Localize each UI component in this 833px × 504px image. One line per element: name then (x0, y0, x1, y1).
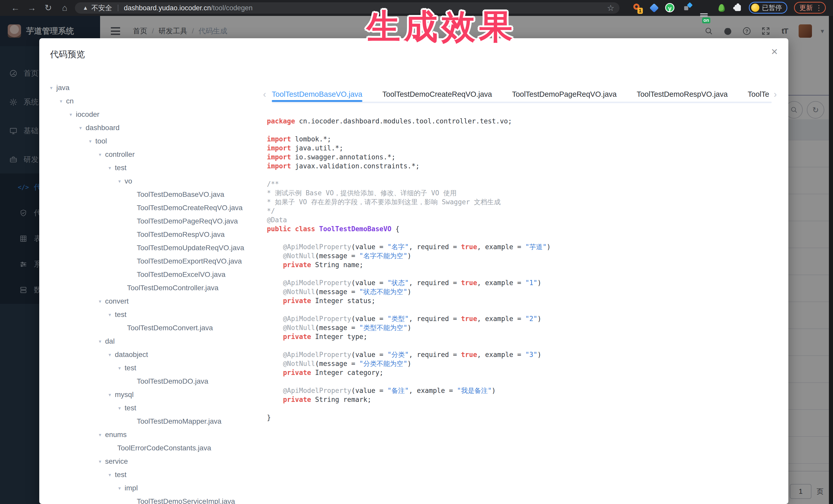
tree-caret-icon[interactable]: ▾ (60, 98, 62, 104)
code-line (267, 377, 551, 386)
tree-caret-icon[interactable]: ▾ (99, 432, 101, 438)
tree-item-label: test (115, 311, 126, 319)
tree-folder[interactable]: ▾test (50, 468, 263, 481)
code-line: * 测试示例 Base VO，提供给添加、修改、详细的子 VO 使用 (267, 189, 551, 198)
tree-file[interactable]: ToolTestDemoCreateReqVO.java (50, 201, 263, 215)
code-line: * 如果子 VO 存在差异的字段，请不要添加到这里，影响 Swagger 文档生… (267, 198, 551, 207)
tree-caret-icon[interactable]: ▾ (79, 125, 82, 131)
tree-folder[interactable]: ▾vo (50, 174, 263, 188)
tree-item-label: ToolTestDemoConvert.java (127, 324, 213, 332)
tree-caret-icon[interactable]: ▾ (99, 298, 101, 304)
tree-caret-icon[interactable]: ▾ (118, 405, 121, 411)
code-line: import java.util.*; (267, 144, 551, 153)
file-tree: ▾java▾cn▾iocoder▾dashboard▾tool▾controll… (50, 81, 263, 504)
tree-folder[interactable]: ▾tool (50, 135, 263, 148)
tree-caret-icon[interactable]: ▾ (109, 392, 111, 398)
tree-caret-icon[interactable]: ▾ (118, 365, 121, 371)
tree-caret-icon[interactable]: ▾ (109, 472, 111, 478)
tab-ToolTe[interactable]: ToolTe (748, 88, 769, 102)
tree-folder[interactable]: ▾dataobject (50, 348, 263, 361)
code-line: /** (267, 179, 551, 189)
tree-item-label: vo (125, 177, 133, 185)
browser-forward-icon[interactable]: → (25, 0, 39, 16)
tab-ToolTestDemoCreateReqVO.java[interactable]: ToolTestDemoCreateReqVO.java (382, 88, 492, 102)
tree-caret-icon[interactable]: ▾ (99, 152, 101, 158)
tree-caret-icon[interactable]: ▾ (109, 312, 111, 318)
screen: ← → ↻ ⌂ ▲ 不安全 dashboard.yudao.iocoder.cn… (0, 0, 833, 504)
tree-item-label: ToolTestDemoBaseVO.java (137, 190, 224, 199)
tree-file[interactable]: ToolTestDemoExportReqVO.java (50, 255, 263, 268)
tree-item-label: ToolTestDemoDO.java (137, 377, 208, 385)
tree-item-label: ToolTestDemoExcelVO.java (137, 270, 225, 279)
tab-scroll-right-icon[interactable]: › (774, 89, 777, 100)
tree-folder[interactable]: ▾service (50, 455, 263, 468)
tab-ToolTestDemoPageReqVO.java[interactable]: ToolTestDemoPageReqVO.java (512, 88, 617, 102)
tree-folder[interactable]: ▾dal (50, 335, 263, 348)
tree-folder[interactable]: ▾convert (50, 295, 263, 308)
tree-folder[interactable]: ▾test (50, 401, 263, 415)
tree-file[interactable]: ToolTestDemoPageReqVO.java (50, 215, 263, 228)
tree-file[interactable]: ToolTestDemoServiceImpl.java (50, 495, 263, 504)
tree-caret-icon[interactable]: ▾ (118, 485, 121, 491)
tree-folder[interactable]: ▾cn (50, 94, 263, 108)
code-line: package cn.iocoder.dashboard.modules.too… (267, 117, 551, 126)
tree-item-label: ToolTestDemoController.java (127, 284, 218, 292)
tree-item-label: ToolTestDemoMapper.java (137, 417, 221, 426)
tree-folder[interactable]: ▾test (50, 361, 263, 375)
code-line (267, 126, 551, 135)
tree-caret-icon[interactable]: ▾ (89, 138, 92, 144)
tree-file[interactable]: ToolTestDemoConvert.java (50, 321, 263, 335)
tree-folder[interactable]: ▾impl (50, 481, 263, 495)
tree-caret-icon[interactable]: ▾ (99, 459, 101, 464)
browser-back-icon[interactable]: ← (8, 0, 22, 16)
tab-scroll-left-icon[interactable]: ‹ (263, 89, 266, 100)
code-line: private String name; (267, 261, 551, 269)
tree-item-label: test (115, 164, 126, 172)
tree-caret-icon[interactable]: ▾ (70, 112, 72, 118)
tree-folder[interactable]: ▾dashboard (50, 121, 263, 135)
tree-caret-icon[interactable]: ▾ (118, 178, 121, 184)
code-line (267, 269, 551, 279)
code-line (267, 234, 551, 242)
tree-file[interactable]: ToolTestDemoUpdateReqVO.java (50, 241, 263, 255)
tree-item-label: iocoder (76, 110, 100, 119)
tree-file[interactable]: ToolTestDemoBaseVO.java (50, 188, 263, 201)
tree-folder[interactable]: ▾enums (50, 428, 263, 441)
tree-file[interactable]: ToolTestDemoDO.java (50, 375, 263, 388)
tree-item-label: ToolTestDemoServiceImpl.java (137, 497, 235, 504)
tree-folder[interactable]: ▾mysql (50, 388, 263, 401)
code-line: import lombok.*; (267, 135, 551, 144)
tree-caret-icon[interactable]: ▾ (50, 85, 53, 91)
tree-folder[interactable]: ▾test (50, 161, 263, 174)
code-line: @ApiModelProperty(value = "名字", required… (267, 242, 551, 251)
code-line: @ApiModelProperty(value = "分类", required… (267, 350, 551, 359)
tree-item-label: convert (105, 297, 129, 305)
code-line: @ApiModelProperty(value = "类型", required… (267, 314, 551, 323)
tree-item-label: ToolErrorCodeConstants.java (117, 444, 211, 452)
code-line (267, 305, 551, 314)
tree-file[interactable]: ToolTestDemoMapper.java (50, 415, 263, 428)
tree-folder[interactable]: ▾iocoder (50, 108, 263, 121)
tree-file[interactable]: ToolErrorCodeConstants.java (50, 441, 263, 455)
tabs-bar: ToolTestDemoBaseVO.javaToolTestDemoCreat… (272, 88, 772, 102)
code-view: package cn.iocoder.dashboard.modules.too… (267, 117, 551, 422)
tree-file[interactable]: ToolTestDemoExcelVO.java (50, 268, 263, 281)
tree-item-label: ToolTestDemoRespVO.java (137, 231, 224, 239)
tree-folder[interactable]: ▾test (50, 308, 263, 321)
tab-ToolTestDemoBaseVO.java[interactable]: ToolTestDemoBaseVO.java (272, 88, 362, 102)
tree-file[interactable]: ToolTestDemoController.java (50, 281, 263, 295)
tree-folder[interactable]: ▾java (50, 81, 263, 94)
tree-folder[interactable]: ▾controller (50, 148, 263, 161)
tree-caret-icon[interactable]: ▾ (109, 352, 111, 358)
tree-file[interactable]: ToolTestDemoRespVO.java (50, 228, 263, 241)
tree-caret-icon[interactable]: ▾ (109, 165, 111, 171)
tree-item-label: dashboard (86, 124, 120, 132)
code-line: private Integer type; (267, 332, 551, 341)
tree-item-label: ToolTestDemoCreateReqVO.java (137, 204, 242, 212)
tree-item-label: ToolTestDemoPageReqVO.java (137, 217, 238, 225)
code-line: @ApiModelProperty(value = "状态", required… (267, 279, 551, 287)
tab-ToolTestDemoRespVO.java[interactable]: ToolTestDemoRespVO.java (637, 88, 728, 102)
tree-item-label: test (125, 364, 136, 372)
tree-item-label: service (105, 457, 128, 465)
tree-caret-icon[interactable]: ▾ (99, 338, 101, 344)
